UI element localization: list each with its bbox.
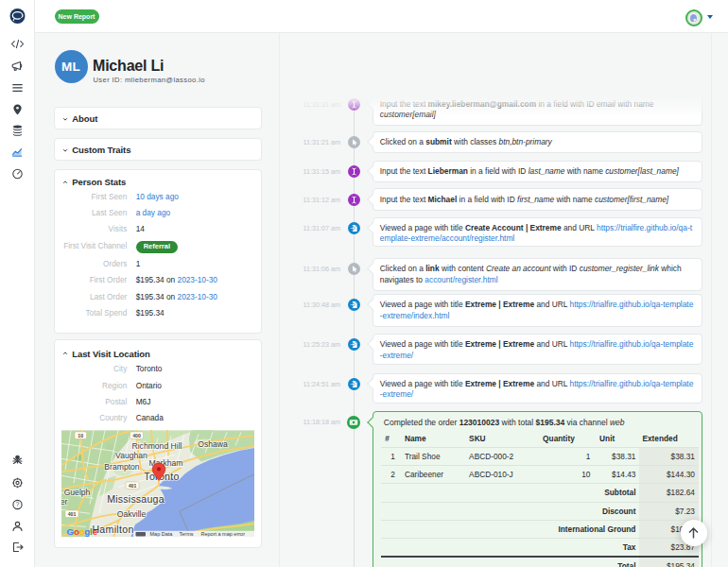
svg-text:Map Data: Map Data — [149, 531, 173, 537]
svg-text:Vaughan: Vaughan — [115, 451, 147, 460]
svg-text:e: e — [92, 525, 97, 536]
svg-text:Brampton: Brampton — [104, 462, 139, 472]
svg-text:400: 400 — [132, 432, 141, 438]
svg-text:er: er — [61, 497, 67, 507]
svg-text:?: ? — [16, 501, 20, 507]
svg-text:Guelph: Guelph — [63, 488, 90, 497]
svg-text:Terms: Terms — [179, 531, 193, 537]
svg-text:Oakville: Oakville — [116, 509, 146, 519]
svg-text:10: 10 — [78, 432, 83, 438]
svg-text:401: 401 — [67, 510, 76, 516]
svg-text:401: 401 — [128, 482, 136, 488]
svg-text:Oshawa: Oshawa — [198, 439, 228, 449]
svg-text:Hamilton: Hamilton — [92, 523, 133, 534]
svg-text:Report a map error: Report a map error — [200, 531, 245, 537]
svg-text:Mississauga: Mississauga — [107, 493, 165, 505]
svg-text:Richmond Hill: Richmond Hill — [131, 440, 182, 450]
